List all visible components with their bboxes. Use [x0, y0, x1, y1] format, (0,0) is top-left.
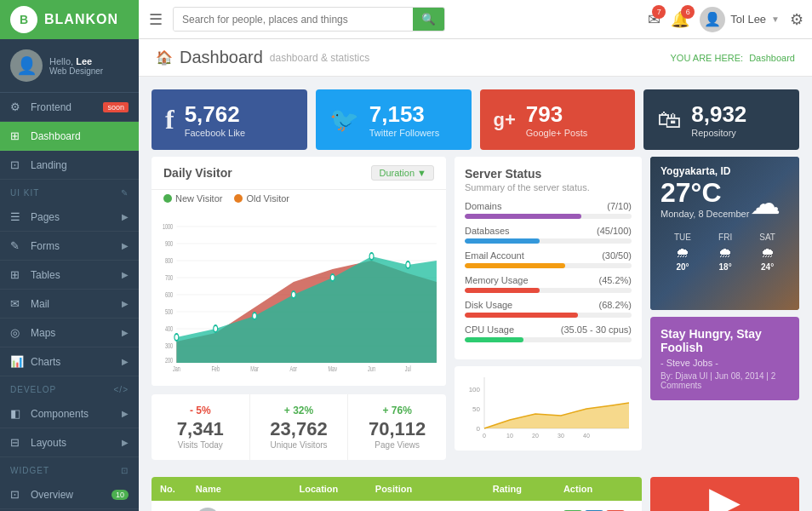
email-progress	[465, 263, 632, 268]
stat-card-repo[interactable]: 🛍 8,932 Repository	[643, 89, 799, 150]
page-views-stat: + 76% 70,112 Page Views	[348, 394, 446, 460]
frontend-icon: ⚙	[10, 100, 24, 113]
stat-card-google[interactable]: g+ 793 Google+ Posts	[480, 89, 636, 150]
sidebar-item-forms[interactable]: ✎ Forms ▶	[0, 232, 139, 261]
table-header-row: No. Name Location Position Rating Action	[152, 477, 642, 501]
user-menu[interactable]: 👤 Tol Lee ▼	[700, 7, 780, 32]
stat-info-twitter: 7,153 Twitter Followers	[369, 101, 440, 138]
stat-info-facebook: 5,762 Facebook Like	[185, 101, 246, 138]
weather-temp: 27°C	[660, 177, 749, 209]
notifications-button[interactable]: 🔔 6	[671, 10, 689, 29]
row-avatar: 👤	[196, 508, 220, 511]
youtube-card[interactable]: ▶ You Tube	[650, 477, 799, 511]
sidebar-item-charts[interactable]: 📊 Charts ▶	[0, 347, 139, 376]
sidebar-item-landing[interactable]: ⊡ Landing	[0, 151, 139, 180]
svg-text:1000: 1000	[163, 222, 173, 232]
legend-new: New Visitor	[163, 193, 222, 204]
sidebar-item-tables[interactable]: ⊞ Tables ▶	[0, 261, 139, 290]
old-visitor-dot	[234, 194, 243, 203]
widget-section: WIDGET ⊡	[0, 461, 139, 480]
svg-point-25	[369, 253, 374, 260]
charts-icon: 📊	[10, 355, 24, 368]
svg-text:600: 600	[165, 290, 173, 300]
cpu-progress	[465, 337, 632, 342]
sidebar-item-maps[interactable]: ◎ Maps ▶	[0, 319, 139, 347]
sidebar-item-overview[interactable]: ⊡ Overview 10	[0, 480, 139, 509]
settings-icon[interactable]: ⚙	[790, 10, 803, 29]
sidebar-item-pages[interactable]: ☰ Pages ▶	[0, 203, 139, 232]
svg-point-22	[253, 313, 257, 319]
ui-kit-section: UI KIT ✎	[0, 183, 139, 203]
layouts-icon: ⊟	[10, 436, 24, 449]
stat-label: Twitter Followers	[369, 128, 440, 138]
row-position: Senior Web Designer	[367, 501, 484, 511]
svg-text:0: 0	[483, 433, 486, 439]
youtube-icon: ▶	[705, 477, 744, 511]
svg-point-26	[406, 261, 410, 268]
search-button[interactable]: 🔍	[413, 8, 444, 31]
repo-icon: 🛍	[657, 106, 681, 134]
youtube-content: ▶ You Tube	[705, 477, 744, 511]
svg-text:800: 800	[165, 256, 173, 266]
row-action: 👁 ✎ ✕	[555, 501, 642, 511]
logo-text: BLANKON	[44, 12, 118, 27]
hamburger-button[interactable]: ☰	[149, 10, 163, 29]
stat-card-twitter[interactable]: 🐦 7,153 Twitter Followers	[316, 89, 472, 150]
visits-change: - 5%	[163, 405, 237, 416]
page-title: Dashboard	[180, 48, 263, 67]
stat-info-google: 793 Google+ Posts	[526, 101, 587, 138]
frontend-label: Frontend	[31, 101, 100, 113]
stat-label: Google+ Posts	[526, 128, 587, 138]
cpu-fill	[465, 337, 523, 342]
components-icon: ◧	[10, 407, 24, 420]
svg-text:20: 20	[532, 433, 539, 439]
weather-icon: ☁	[750, 186, 781, 221]
stat-number: 793	[526, 101, 587, 128]
weather-card: Yogyakarta, ID 27°C Monday, 8 December ☁…	[650, 157, 799, 310]
stat-card-facebook[interactable]: f 5,762 Facebook Like	[152, 89, 307, 150]
arrow-icon: ▶	[122, 270, 129, 279]
sidebar-item-frontend[interactable]: ⚙ Frontend soon	[0, 93, 139, 122]
row-rating: ★★☆☆☆	[484, 501, 555, 511]
user-role: Web Designer	[49, 66, 103, 76]
pageviews-number: 70,112	[360, 418, 434, 440]
server-row-header: Databases (45/100)	[465, 226, 632, 236]
sidebar-item-dashboard[interactable]: ⊞ Dashboard	[0, 122, 139, 151]
row-location: United State	[290, 501, 366, 511]
google-icon: g+	[494, 109, 516, 131]
chart-header: Daily Visitor Duration ▼	[152, 157, 446, 190]
pages-icon: ☰	[10, 210, 24, 223]
databases-fill	[465, 238, 540, 244]
sidebar-item-layouts[interactable]: ⊟ Layouts ▶	[0, 428, 139, 457]
sidebar-item-mail[interactable]: ✉ Mail ▶	[0, 290, 139, 319]
landing-icon: ⊡	[10, 158, 24, 171]
svg-text:30: 30	[558, 433, 564, 439]
facebook-icon: f	[165, 104, 174, 135]
chevron-down-icon: ▼	[771, 14, 780, 24]
col-name: Name	[187, 477, 291, 501]
svg-point-24	[330, 274, 335, 281]
breadcrumb: YOU ARE HERE: Dashboard	[671, 53, 795, 63]
messages-button[interactable]: ✉ 7	[648, 10, 660, 29]
server-row-header: Memory Usage (45.2%)	[465, 275, 632, 285]
svg-point-23	[291, 291, 295, 298]
user-info: Hello, Lee Web Designer	[49, 56, 103, 76]
sidebar-item-components[interactable]: ◧ Components ▶	[0, 399, 139, 428]
search-input[interactable]	[174, 9, 413, 31]
weather-city: Yogyakarta, ID	[660, 165, 789, 177]
page-subtitle: dashboard & statistics	[270, 52, 369, 64]
svg-point-21	[214, 325, 218, 332]
weather-date: Monday, 8 December	[660, 209, 749, 219]
svg-text:Feb: Feb	[211, 365, 219, 371]
server-row-email: Email Account (30/50)	[465, 250, 632, 268]
panel-middle: Server Status Summary of the server stat…	[455, 157, 642, 468]
quote-author: - Steve Jobs -	[660, 358, 789, 368]
overview-icon: ⊡	[10, 488, 24, 501]
bottom-row: No. Name Location Position Rating Action…	[139, 477, 812, 511]
svg-text:50: 50	[472, 405, 480, 413]
row-no: 1	[152, 501, 187, 511]
table-row: 1 👤 John Kribo United State Senior Web D…	[152, 501, 642, 511]
weather-content: Yogyakarta, ID 27°C Monday, 8 December ☁…	[650, 157, 799, 280]
col-location: Location	[290, 477, 366, 501]
duration-button[interactable]: Duration ▼	[371, 165, 434, 181]
